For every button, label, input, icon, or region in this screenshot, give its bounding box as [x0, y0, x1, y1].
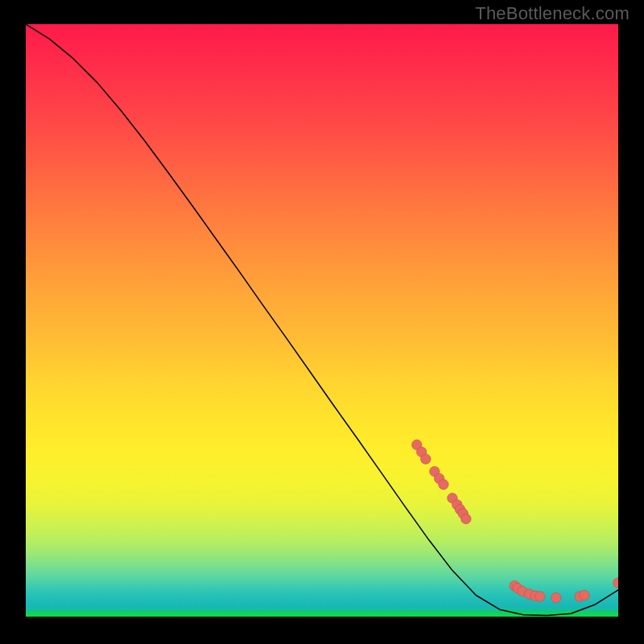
scatter-dots: [412, 440, 618, 602]
data-point: [535, 592, 546, 602]
plot-area: [26, 24, 618, 617]
data-point: [439, 480, 449, 490]
data-point: [461, 514, 472, 524]
curve-line: [26, 24, 618, 616]
data-point: [551, 592, 561, 603]
data-point: [580, 590, 590, 601]
watermark-text: TheBottleneck.com: [475, 3, 630, 24]
chart-svg: [26, 24, 618, 617]
data-point: [613, 578, 618, 588]
chart-container: TheBottleneck.com: [0, 0, 644, 644]
data-point: [421, 454, 431, 464]
